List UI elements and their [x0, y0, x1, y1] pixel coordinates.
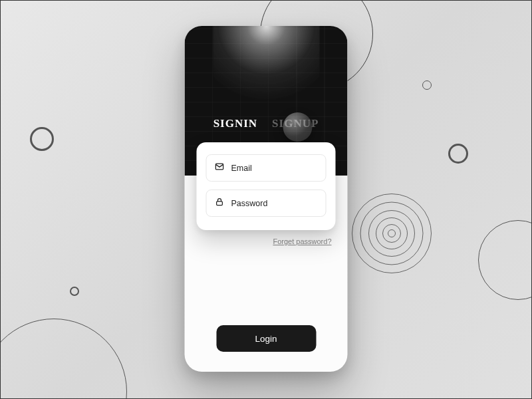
phone-frame: SIGNIN SIGNUP Forget password? Login: [185, 26, 348, 372]
forgot-password-link[interactable]: Forget password?: [273, 237, 331, 245]
login-form-card: [197, 142, 336, 230]
password-field-wrapper[interactable]: [206, 190, 327, 217]
decorative-circle: [30, 127, 54, 151]
decorative-circle: [0, 319, 127, 399]
email-input[interactable]: [231, 164, 318, 173]
mail-icon: [215, 162, 225, 174]
login-button[interactable]: Login: [216, 325, 316, 352]
auth-tabs: SIGNIN SIGNUP: [185, 117, 348, 130]
decorative-concentric-circles: [352, 194, 432, 273]
lock-icon: [215, 197, 225, 209]
decorative-circle: [448, 144, 468, 164]
password-input[interactable]: [231, 199, 318, 208]
decorative-circle: [422, 80, 432, 90]
email-field-wrapper[interactable]: [206, 154, 327, 182]
svg-rect-1: [217, 201, 223, 205]
tab-signin[interactable]: SIGNIN: [213, 117, 257, 130]
decorative-circle: [70, 287, 79, 296]
decorative-glass-disc: [283, 112, 313, 142]
spotlight-decoration: [213, 26, 319, 119]
decorative-circle: [478, 220, 532, 300]
